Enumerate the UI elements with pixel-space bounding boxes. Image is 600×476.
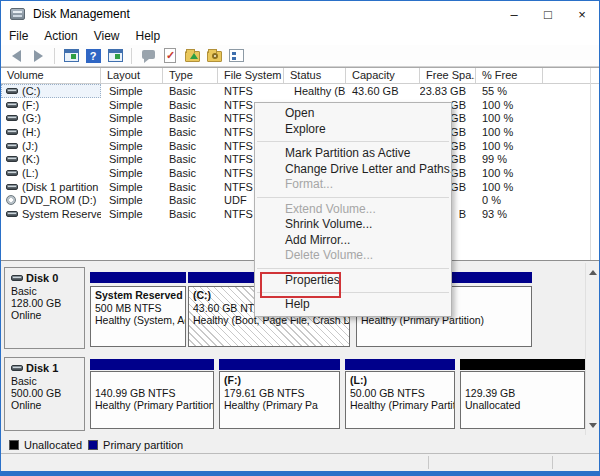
col-capacity[interactable]: Capacity xyxy=(346,68,420,83)
col-volume[interactable]: Volume xyxy=(1,68,101,83)
help-icon[interactable]: ? xyxy=(84,47,102,64)
menu-separator xyxy=(257,141,449,142)
menu-item-change-drive-letter-and-paths[interactable]: Change Drive Letter and Paths... xyxy=(255,162,451,178)
menu-separator xyxy=(257,197,449,198)
disk-icon xyxy=(11,275,23,281)
close-button[interactable]: × xyxy=(565,1,599,27)
scroll-down-icon[interactable] xyxy=(589,423,597,428)
menu-file[interactable]: File xyxy=(1,27,36,45)
legend-primary-partition: Primary partition xyxy=(88,439,183,451)
partition[interactable]: (L:)50.00 GB NTFSHealthy (Primary Partit… xyxy=(345,357,457,431)
volume-cell[interactable]: DVD_ROM (D:) xyxy=(1,194,101,208)
table-cell: 100 % xyxy=(476,111,543,125)
disk-management-window: Disk Management – □ × File Action View H… xyxy=(0,0,600,476)
table-cell: Simple xyxy=(101,111,163,125)
legend-primary-partition-label: Primary partition xyxy=(103,439,183,451)
volume-cell[interactable]: (K:) xyxy=(1,152,101,166)
disk0-kind: Basic xyxy=(11,285,84,297)
volume-name: (G:) xyxy=(22,112,41,124)
scroll-up-icon[interactable] xyxy=(589,270,597,275)
partition[interactable]: 129.39 GBUnallocated xyxy=(460,357,587,431)
table-cell: Basic xyxy=(163,125,218,139)
volume-cell[interactable]: (F:) xyxy=(1,98,101,112)
maximize-button[interactable]: □ xyxy=(531,1,565,27)
col-pct-free[interactable]: % Free xyxy=(476,68,543,83)
volume-name: (H:) xyxy=(22,126,40,138)
volume-cell[interactable]: (Disk 1 partition 1) xyxy=(1,180,101,194)
table-cell: 100 % xyxy=(476,139,543,153)
table-cell: Simple xyxy=(101,180,163,194)
menu-item-mark-partition-as-active[interactable]: Mark Partition as Active xyxy=(255,146,451,162)
col-free-space[interactable]: Free Spa... xyxy=(420,68,476,83)
menu-action[interactable]: Action xyxy=(36,27,85,45)
folder-up-icon[interactable] xyxy=(183,47,201,64)
properties-panel-icon[interactable] xyxy=(227,47,245,64)
menu-item-help[interactable]: Help xyxy=(255,297,451,313)
table-header: Volume Layout Type File System Status Ca… xyxy=(1,68,599,84)
partition-health: Healthy (Primary Partition) xyxy=(95,399,209,412)
table-cell: Healthy (B... xyxy=(284,84,346,98)
properties-highlight-box xyxy=(260,272,341,298)
table-cell: Basic xyxy=(163,84,218,98)
table-cell: 55 % xyxy=(476,84,543,98)
menu-view[interactable]: View xyxy=(86,27,128,45)
table-cell: 99 % xyxy=(476,152,543,166)
disk1-label[interactable]: Disk 1 Basic 500.00 GB Online xyxy=(4,357,85,431)
col-layout[interactable]: Layout xyxy=(101,68,163,83)
status-flag-icon[interactable] xyxy=(139,47,157,64)
volume-cell[interactable]: (C:) xyxy=(1,84,101,98)
volume-cell[interactable]: (J:) xyxy=(1,139,101,153)
volume-cell[interactable]: System Reserved xyxy=(1,207,101,221)
table-cell: Simple xyxy=(101,207,163,221)
volume-cell[interactable]: (G:) xyxy=(1,111,101,125)
partition-health: Healthy (System, Ac xyxy=(95,314,181,327)
volume-cell[interactable]: (H:) xyxy=(1,125,101,139)
menu-item-shrink-volume[interactable]: Shrink Volume... xyxy=(255,217,451,233)
menu-item-open[interactable]: Open xyxy=(255,106,451,122)
disk1-row: Disk 1 Basic 500.00 GB Online 140.99 GB … xyxy=(4,357,584,431)
disk0-name: Disk 0 xyxy=(26,272,58,284)
partition[interactable]: System Reserved500 MB NTFSHealthy (Syste… xyxy=(90,267,188,349)
menu-item-add-mirror[interactable]: Add Mirror... xyxy=(255,233,451,249)
forward-icon[interactable] xyxy=(29,47,47,64)
partition-color-bar xyxy=(90,272,186,283)
volume-cell[interactable]: (L:) xyxy=(1,166,101,180)
vertical-scrollbar[interactable] xyxy=(585,263,599,435)
partition-box[interactable]: 129.39 GBUnallocated xyxy=(460,371,585,429)
col-file-system[interactable]: File System xyxy=(218,68,284,83)
check-document-icon[interactable] xyxy=(161,47,179,64)
app-icon xyxy=(10,8,25,20)
partition-box[interactable]: (L:)50.00 GB NTFSHealthy (Primary Partit… xyxy=(345,371,455,429)
disk1-partitions: 140.99 GB NTFSHealthy (Primary Partition… xyxy=(87,357,584,431)
partition-box[interactable]: 140.99 GB NTFSHealthy (Primary Partition… xyxy=(90,371,214,429)
partition[interactable]: 140.99 GB NTFSHealthy (Primary Partition… xyxy=(90,357,216,431)
folder-search-icon[interactable] xyxy=(205,47,223,64)
table-cell: Simple xyxy=(101,139,163,153)
console-window-icon[interactable] xyxy=(62,47,80,64)
partition-color-bar xyxy=(90,359,214,370)
back-icon[interactable] xyxy=(7,47,25,64)
table-cell: 100 % xyxy=(476,98,543,112)
minimize-button[interactable]: – xyxy=(497,1,531,27)
menu-help[interactable]: Help xyxy=(128,27,169,45)
partition-health: Unallocated xyxy=(465,399,580,412)
partition[interactable]: (F:)179.61 GB NTFSHealthy (Primary Pa xyxy=(219,357,342,431)
disk0-label[interactable]: Disk 0 Basic 128.00 GB Online xyxy=(4,267,85,349)
drive-icon xyxy=(6,102,18,108)
unallocated-swatch xyxy=(9,440,19,450)
menu-item-explore[interactable]: Explore xyxy=(255,122,451,138)
volume-name: (L:) xyxy=(22,167,39,179)
col-type[interactable]: Type xyxy=(163,68,218,83)
table-cell: Basic xyxy=(163,152,218,166)
disk1-size: 500.00 GB xyxy=(11,387,84,399)
table-cell: Simple xyxy=(101,194,163,208)
volume-name: (K:) xyxy=(22,153,40,165)
table-row[interactable]: (C:)SimpleBasicNTFSHealthy (B...43.60 GB… xyxy=(1,84,599,98)
drive-icon xyxy=(6,170,18,176)
partition-box[interactable]: (F:)179.61 GB NTFSHealthy (Primary Pa xyxy=(219,371,340,429)
partition-box[interactable]: System Reserved500 MB NTFSHealthy (Syste… xyxy=(90,286,186,347)
partition-color-bar xyxy=(345,359,455,370)
col-status[interactable]: Status xyxy=(284,68,346,83)
console-window-play-icon[interactable] xyxy=(106,47,124,64)
table-cell: Basic xyxy=(163,139,218,153)
